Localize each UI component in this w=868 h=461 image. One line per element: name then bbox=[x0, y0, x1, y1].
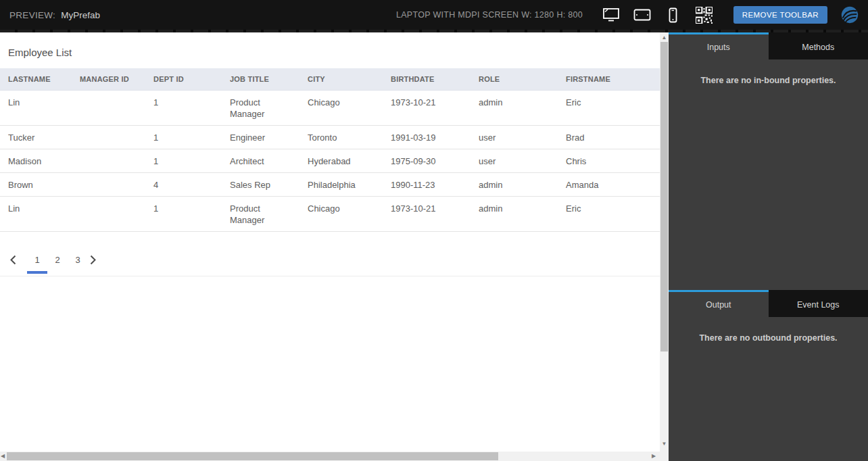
table-cell bbox=[72, 149, 145, 173]
preview-window: PREVIEW: MyPrefab LAPTOP WITH MDPI SCREE… bbox=[0, 0, 868, 461]
output-empty-message: There are no outbound properties. bbox=[669, 333, 868, 343]
table-cell: Philadelphia bbox=[299, 173, 383, 197]
tab-inputs[interactable]: Inputs bbox=[669, 32, 769, 59]
prefab-preview-pane: Employee List LASTNAME MANAGER ID DEPT I… bbox=[0, 32, 660, 452]
table-cell bbox=[72, 91, 145, 126]
table-cell: Chicago bbox=[299, 91, 383, 126]
qr-code-icon[interactable] bbox=[694, 5, 715, 25]
table-row[interactable]: Lin 1 Product Manager Chicago 1973-10-21… bbox=[0, 197, 660, 232]
preview-label: PREVIEW: bbox=[9, 10, 55, 20]
table-cell: Amanda bbox=[558, 173, 660, 197]
toolbar-title: PREVIEW: MyPrefab bbox=[9, 0, 100, 30]
scroll-right-button[interactable]: ▶ bbox=[652, 454, 656, 459]
scroll-up-button[interactable]: ▲ bbox=[662, 35, 667, 41]
table-cell bbox=[72, 126, 145, 149]
table-cell: Brad bbox=[558, 126, 660, 149]
table-cell: Brown bbox=[0, 173, 72, 197]
chevron-right-icon[interactable] bbox=[89, 255, 107, 271]
table-cell: admin bbox=[471, 197, 558, 232]
tab-row: Output Event Logs bbox=[669, 290, 868, 317]
horizontal-scrollbar-thumb[interactable] bbox=[7, 452, 498, 460]
column-header[interactable]: MANAGER ID bbox=[72, 68, 145, 91]
table-cell: Engineer bbox=[222, 126, 299, 149]
column-header[interactable]: JOB TITLE bbox=[222, 68, 299, 91]
table-cell: Tucker bbox=[0, 126, 72, 149]
employee-table: LASTNAME MANAGER ID DEPT ID JOB TITLE CI… bbox=[0, 68, 660, 232]
table-cell: 1973-10-21 bbox=[383, 91, 471, 126]
output-eventlogs-group: Output Event Logs There are no outbound … bbox=[669, 290, 868, 343]
table-cell: 1 bbox=[145, 126, 222, 149]
table-cell: admin bbox=[471, 173, 558, 197]
column-header[interactable]: DEPT ID bbox=[145, 68, 222, 91]
table-cell bbox=[72, 197, 145, 232]
table-cell: Product Manager bbox=[222, 197, 299, 232]
laptop-screen-icon[interactable] bbox=[601, 5, 621, 25]
table-cell: user bbox=[471, 126, 558, 149]
inputs-empty-message: There are no in-bound properties. bbox=[669, 76, 868, 85]
tab-output[interactable]: Output bbox=[669, 290, 769, 317]
table-cell: Sales Rep bbox=[222, 173, 299, 197]
tab-methods[interactable]: Methods bbox=[769, 32, 868, 59]
table-cell: 1973-10-21 bbox=[383, 197, 471, 232]
column-header[interactable]: FIRSTNAME bbox=[558, 68, 660, 91]
device-info-label: LAPTOP WITH MDPI SCREEN W: 1280 H: 800 bbox=[396, 0, 583, 30]
inputs-methods-group: Inputs Methods There are no in-bound pro… bbox=[669, 32, 868, 85]
table-cell: Madison bbox=[0, 149, 72, 173]
table-cell: 1 bbox=[145, 197, 222, 232]
table-cell: Chicago bbox=[299, 197, 383, 232]
column-header[interactable]: ROLE bbox=[471, 68, 558, 91]
page-button-3[interactable]: 3 bbox=[68, 255, 88, 271]
table-cell: Lin bbox=[0, 91, 72, 126]
tab-event-logs[interactable]: Event Logs bbox=[769, 290, 868, 317]
table-cell: Hyderabad bbox=[299, 149, 383, 173]
scroll-left-button[interactable]: ◀ bbox=[1, 454, 5, 459]
table-row[interactable]: Tucker 1 Engineer Toronto 1991-03-19 use… bbox=[0, 126, 660, 149]
remove-toolbar-button[interactable]: REMOVE TOOLBAR bbox=[733, 6, 827, 24]
table-cell: admin bbox=[471, 91, 558, 126]
table-cell: Chris bbox=[558, 149, 660, 173]
table-cell: 1975-09-30 bbox=[383, 149, 471, 173]
phone-portrait-icon[interactable] bbox=[663, 5, 683, 25]
table-cell: Eric bbox=[558, 197, 660, 232]
prefab-name: MyPrefab bbox=[61, 10, 100, 20]
horizontal-scrollbar[interactable]: ◀ ▶ bbox=[0, 452, 660, 461]
table-row[interactable]: Madison 1 Architect Hyderabad 1975-09-30… bbox=[0, 149, 660, 173]
preview-toolbar: PREVIEW: MyPrefab LAPTOP WITH MDPI SCREE… bbox=[0, 0, 868, 32]
grid-title: Employee List bbox=[0, 32, 660, 68]
vertical-scrollbar-thumb[interactable] bbox=[660, 42, 668, 351]
scroll-down-button[interactable]: ▼ bbox=[662, 441, 667, 447]
table-cell bbox=[72, 173, 145, 197]
table-row[interactable]: Lin 1 Product Manager Chicago 1973-10-21… bbox=[0, 91, 660, 126]
table-cell: 1991-03-19 bbox=[383, 126, 471, 149]
table-header-row: LASTNAME MANAGER ID DEPT ID JOB TITLE CI… bbox=[0, 68, 660, 91]
tablet-landscape-icon[interactable] bbox=[632, 5, 652, 25]
tab-row: Inputs Methods bbox=[669, 32, 868, 59]
table-cell: Eric bbox=[558, 91, 660, 126]
pagination: 1 2 3 bbox=[0, 232, 660, 276]
table-cell: 1990-11-23 bbox=[383, 173, 471, 197]
table-cell: Product Manager bbox=[222, 91, 299, 126]
table-cell: user bbox=[471, 149, 558, 173]
table-row[interactable]: Brown 4 Sales Rep Philadelphia 1990-11-2… bbox=[0, 173, 660, 197]
column-header[interactable]: LASTNAME bbox=[0, 68, 72, 91]
properties-panel: Inputs Methods There are no in-bound pro… bbox=[669, 32, 868, 461]
vertical-scrollbar[interactable]: ▲ ▼ bbox=[660, 32, 669, 461]
table-cell: Lin bbox=[0, 197, 72, 232]
table-cell: 1 bbox=[145, 91, 222, 126]
chevron-left-icon[interactable] bbox=[9, 255, 27, 271]
table-cell: 1 bbox=[145, 149, 222, 173]
table-cell: Architect bbox=[222, 149, 299, 173]
column-header[interactable]: BIRTHDATE bbox=[383, 68, 471, 91]
table-cell: 4 bbox=[145, 173, 222, 197]
toolbar-actions: REMOVE TOOLBAR bbox=[601, 0, 863, 30]
page-button-2[interactable]: 2 bbox=[47, 255, 68, 271]
table-cell: Toronto bbox=[299, 126, 383, 149]
column-header[interactable]: CITY bbox=[299, 68, 383, 91]
page-button-1[interactable]: 1 bbox=[27, 255, 47, 274]
wavemaker-logo bbox=[840, 5, 860, 25]
